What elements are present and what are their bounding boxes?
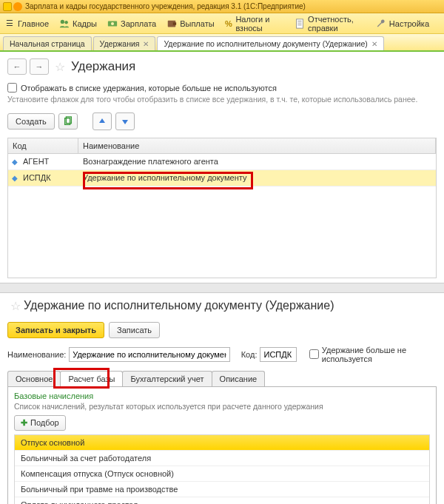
col-code[interactable]: Код [8, 138, 78, 153]
window-titlebar: Зарплата и кадры государственного учрежд… [0, 0, 444, 13]
table-row[interactable]: ◆ АГЕНТ Вознаграждение платежного агента [8, 154, 436, 170]
form-title: Удержание по исполнительному документу (… [24, 299, 334, 312]
svg-point-1 [64, 21, 67, 24]
code-field[interactable] [260, 347, 297, 362]
people-icon [59, 19, 70, 29]
percent-icon: % [225, 19, 233, 29]
tab-accounting[interactable]: Бухгалтерский учет [122, 371, 212, 386]
main-toolbar: ☰ Главное Кадры Зарплата Выплаты % Налог… [0, 13, 444, 34]
tab-deduction-form[interactable]: Удержание по исполнительному документу (… [157, 36, 383, 50]
table-row[interactable]: ◆ ИСПДК Удержание по исполнительному док… [8, 170, 436, 187]
menu-taxes[interactable]: % Налоги и взносы [225, 15, 284, 33]
pick-button[interactable]: ✚ Подбор [14, 415, 66, 431]
tab-main[interactable]: Основное [7, 371, 61, 386]
close-icon[interactable]: ✕ [143, 40, 149, 48]
wallet-icon [166, 19, 177, 29]
section-tabs: Начальная страница Удержания✕ Удержание … [0, 34, 444, 52]
menu-home[interactable]: ☰ Главное [4, 19, 49, 29]
panel-divider [0, 283, 444, 293]
menu-reports[interactable]: Отчетность, справки [295, 15, 366, 33]
wrench-icon [376, 19, 386, 29]
forward-button[interactable]: → [30, 58, 49, 75]
close-icon[interactable]: ✕ [371, 40, 377, 48]
window-title: Зарплата и кадры государственного учрежд… [25, 2, 306, 10]
base-heading: Базовые начисления [14, 392, 430, 400]
row-marker-icon: ◆ [8, 174, 21, 182]
form-tabs: Основное Расчет базы Бухгалтерский учет … [7, 371, 437, 387]
show-unused-checkbox[interactable] [7, 83, 17, 93]
tab-deductions[interactable]: Удержания✕ [93, 36, 156, 50]
menu-payments[interactable]: Выплаты [166, 19, 214, 29]
save-button[interactable]: Записать [109, 322, 160, 338]
tab-body-base: Базовые начисления Список начислений, ре… [7, 387, 437, 504]
list-item[interactable]: Оплата вынужденного простоя [15, 497, 429, 504]
base-hint: Список начислений, результат которых исп… [14, 402, 430, 411]
accruals-list[interactable]: Отпуск основной Больничный за счет работ… [14, 434, 430, 504]
grid-header: Код Наименование [8, 138, 436, 154]
tab-base[interactable]: Расчет базы [60, 371, 123, 386]
favorite-star-icon[interactable]: ☆ [10, 299, 21, 313]
list-item[interactable]: Отпуск основной [15, 435, 429, 451]
name-field[interactable] [69, 347, 230, 362]
app-icon [3, 2, 12, 11]
show-unused-hint: Установите флажок для того чтобы отобраз… [7, 95, 437, 105]
unused-checkbox[interactable] [309, 349, 319, 359]
name-label: Наименование: [7, 350, 66, 359]
list-item[interactable]: Больничный за счет работодателя [15, 451, 429, 466]
svg-point-3 [111, 21, 114, 24]
col-name[interactable]: Наименование [78, 138, 436, 153]
menu-salary[interactable]: Зарплата [107, 19, 156, 29]
show-unused-label: Отображать в списке удержания, которые б… [21, 84, 277, 93]
svg-point-0 [61, 19, 64, 23]
back-button[interactable]: ← [7, 58, 27, 75]
list-item[interactable]: Больничный при травме на производстве [15, 482, 429, 497]
svg-rect-5 [173, 22, 176, 25]
page-title: Удержания [71, 59, 135, 74]
dropdown-icon[interactable] [13, 2, 22, 11]
move-up-button[interactable] [92, 112, 112, 130]
menu-settings[interactable]: Настройка [376, 19, 429, 29]
menu-personnel[interactable]: Кадры [59, 19, 97, 29]
plus-icon: ✚ [21, 418, 27, 428]
code-label: Код: [241, 350, 258, 359]
save-and-close-button[interactable]: Записать и закрыть [7, 322, 104, 338]
create-button[interactable]: Создать [7, 113, 55, 130]
row-marker-icon: ◆ [8, 158, 21, 166]
move-down-button[interactable] [115, 112, 135, 130]
favorite-star-icon[interactable]: ☆ [55, 60, 65, 74]
tab-start[interactable]: Начальная страница [3, 36, 92, 50]
doc-icon [295, 19, 305, 29]
bars-icon: ☰ [4, 19, 15, 29]
list-item[interactable]: Компенсация отпуска (Отпуск основной) [15, 466, 429, 482]
tab-description[interactable]: Описание [212, 371, 266, 386]
list-panel: ← → ☆ Удержания Отображать в списке удер… [0, 52, 444, 283]
copy-button[interactable] [58, 113, 78, 130]
unused-label: Удержание больше не используется [322, 346, 437, 363]
svg-rect-6 [297, 19, 303, 27]
deductions-grid[interactable]: Код Наименование ◆ АГЕНТ Вознаграждение … [7, 138, 437, 278]
form-panel: ☆ Удержание по исполнительному документу… [0, 293, 444, 504]
money-icon [107, 19, 118, 29]
